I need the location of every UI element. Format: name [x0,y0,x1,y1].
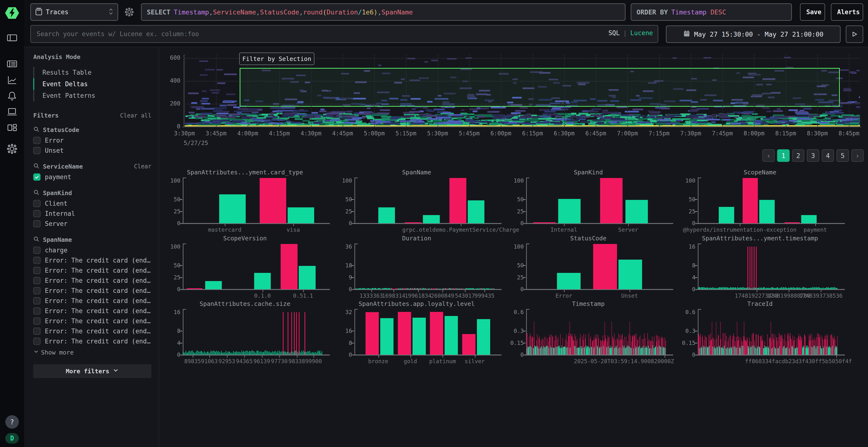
checkbox-checked[interactable] [33,173,40,181]
checkbox[interactable] [33,328,40,335]
checkbox[interactable] [33,200,40,207]
show-more-link[interactable]: Show more [33,349,151,356]
filter-option[interactable]: Error: The credit card (end… [33,306,151,316]
hyperdx-logo[interactable] [5,6,20,20]
alerts-bell-icon[interactable] [6,90,18,102]
settings-gear-icon[interactable] [6,143,18,154]
filter-option[interactable]: Error: The credit card (end… [33,276,151,286]
analysis-mode-item-event-patterns[interactable]: Event Patterns [33,90,151,101]
checkbox[interactable] [33,267,40,274]
checkbox[interactable] [33,338,40,345]
save-button[interactable]: Save [800,3,825,21]
source-select[interactable]: Traces [30,3,118,21]
user-avatar[interactable]: D [5,433,19,444]
order-by-input[interactable]: ORDER BYTimestamp DESC [631,3,792,21]
chart-icon[interactable] [6,74,18,86]
heatmap-cell [270,122,275,124]
mini-chart-title: StatusCode [504,235,673,242]
date-range-picker[interactable]: May 27 15:30:00 - May 27 21:00:00 [666,26,840,43]
filter-option[interactable]: payment [33,172,151,182]
events-heatmap-chart[interactable] [184,55,860,127]
services-icon[interactable] [6,122,18,133]
noise-bar [187,353,187,355]
y-tick-label: 200 [161,100,180,107]
analysis-mode-item-label: Event Deltas [42,80,88,88]
lucene-toggle[interactable]: Lucene [630,29,653,37]
noise-bar [831,287,831,289]
pagination-page-5[interactable]: 5 [836,149,849,162]
filter-option[interactable]: Error: The credit card (end… [33,336,151,346]
time-selection-overlay[interactable] [240,68,840,107]
checkbox[interactable] [33,277,40,284]
help-icon[interactable]: ? [5,415,19,429]
checkbox[interactable] [33,317,40,325]
heatmap-cell [423,107,428,109]
pagination-prev-button[interactable]: ‹ [763,149,775,162]
analysis-mode-item-results-table[interactable]: Results Table [33,67,151,78]
alerts-button[interactable]: Alerts [831,3,863,21]
heatmap-cell [576,124,582,126]
filter-clear-link[interactable]: Clear [134,163,151,170]
checkbox[interactable] [33,147,40,154]
filter-option[interactable]: Error [33,135,151,145]
filter-option[interactable]: Error: The credit card (end… [33,296,151,306]
filter-option[interactable]: Internal [33,209,151,219]
heatmap-cell [201,108,215,110]
heatmap-cell [479,121,492,123]
pagination-next-button[interactable]: › [851,149,864,162]
x-tick-label: 6:45pm [585,130,607,137]
filter-option[interactable]: Unset [33,145,151,156]
pagination-page-2[interactable]: 2 [792,149,804,162]
filter-option[interactable]: Error: The credit card (end… [33,316,151,326]
mini-y-axis-cap [183,243,186,244]
pagination-page-3[interactable]: 3 [807,149,819,162]
sql-select-input[interactable]: SELECTTimestamp,ServiceName,StatusCode,r… [141,3,625,21]
noise-bar [809,288,809,289]
sessions-icon[interactable] [6,106,18,117]
bar-green [288,207,314,224]
filter-option[interactable]: Error: The credit card (end… [33,265,151,276]
pagination-page-4[interactable]: 4 [822,149,834,162]
pagination-page-1[interactable]: 1 [777,149,789,162]
database-icon [35,7,42,16]
filter-by-selection-tooltip[interactable]: Filter by Selection [239,53,314,65]
filter-option[interactable]: Error: The credit card (end… [33,255,151,265]
checkbox[interactable] [33,210,40,217]
noise-bar [226,351,226,355]
noise-bar [772,287,773,289]
checkbox[interactable] [33,287,40,294]
search-input[interactable] [30,25,658,43]
checkbox[interactable] [33,297,40,304]
checkbox[interactable] [33,247,40,254]
checkbox[interactable] [33,257,40,264]
noise-bar [300,352,301,355]
run-query-button[interactable] [846,26,863,43]
noise-bar [267,351,267,355]
x-tick-label: mastercard [208,227,241,233]
noise-bar [319,351,319,355]
noise-bar [200,351,201,355]
heatmap-cell [480,107,489,109]
filter-option[interactable]: Client [33,199,151,209]
filter-option[interactable]: charge [33,245,151,255]
heatmap-cell [555,115,562,117]
checkbox[interactable] [33,307,40,314]
noise-bar [203,353,204,355]
checkbox[interactable] [33,220,40,227]
noise-bar [276,352,277,355]
heatmap-cell [228,118,235,120]
logs-icon[interactable] [6,58,18,70]
sql-toggle[interactable]: SQL [608,29,620,37]
y-tick-mark [523,277,526,278]
filter-option[interactable]: Error: The credit card (end… [33,286,151,296]
noise-bar [709,287,710,289]
more-filters-button[interactable]: More filters [33,364,151,378]
noise-bar [830,287,831,289]
filter-option[interactable]: Error: The credit card (end… [33,326,151,336]
analysis-mode-item-event-deltas[interactable]: Event Deltas [33,78,151,90]
panel-toggle-icon[interactable] [6,32,18,44]
filter-option[interactable]: Server [33,219,151,229]
source-settings-gear-icon[interactable] [123,6,135,18]
clear-all-link[interactable]: Clear all [120,112,151,119]
checkbox[interactable] [33,137,40,144]
